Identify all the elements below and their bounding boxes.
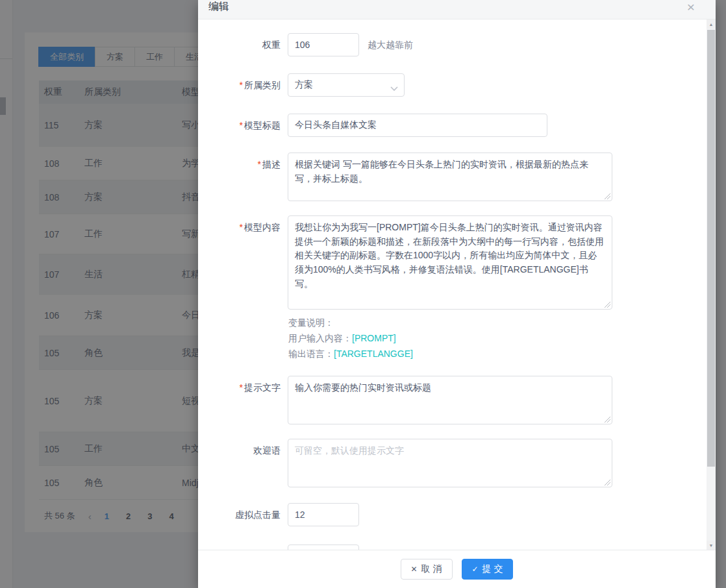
variables-heading: 变量说明： bbox=[288, 315, 716, 330]
required-marker: * bbox=[240, 80, 243, 90]
prompt-token: [PROMPT] bbox=[352, 333, 396, 343]
weight-hint: 越大越靠前 bbox=[368, 33, 413, 56]
field-category-label-text: 所属类别 bbox=[244, 80, 281, 90]
model-content-textarea-wrap: 我想让你为为我写一[PROMPT]篇今日头条上热门的实时资讯。通过资讯内容提供一… bbox=[288, 215, 612, 310]
virtual-clicks-input[interactable] bbox=[288, 503, 359, 526]
resize-handle-icon[interactable] bbox=[605, 417, 610, 423]
field-welcome-label: 欢迎语 bbox=[198, 439, 288, 462]
modal-title: 编辑 bbox=[208, 0, 229, 15]
required-marker: * bbox=[240, 120, 243, 130]
screen: 全部类别 方案 工作 生活 权重 所属类别 模型标题 115 方案 写小红 10… bbox=[0, 0, 726, 588]
variables-note: 变量说明： 用户输入内容：[PROMPT] 输出语言：[TARGETLANGGE… bbox=[288, 315, 716, 361]
variables-output-label: 输出语言： bbox=[288, 349, 334, 359]
variables-output-line: 输出语言：[TARGETLANGGE] bbox=[288, 346, 716, 361]
chevron-down-icon bbox=[390, 83, 398, 93]
field-category-label: *所属类别 bbox=[198, 73, 288, 97]
required-marker: * bbox=[240, 222, 243, 232]
resize-handle-icon[interactable] bbox=[605, 480, 610, 485]
modal-body: 权重 越大越靠前 *所属类别 方案 *模型标题 *描述 bbox=[198, 19, 716, 550]
field-description: *描述 根据关键词 写一篇能够在今日头条上热门的实时资讯，根据最新的热点来写，并… bbox=[198, 153, 716, 201]
model-content-textarea[interactable]: 我想让你为为我写一[PROMPT]篇今日头条上热门的实时资讯。通过资讯内容提供一… bbox=[288, 215, 612, 310]
edit-modal: 编辑 × 权重 越大越靠前 *所属类别 方案 *模型标题 bbox=[198, 0, 716, 588]
category-select[interactable]: 方案 bbox=[288, 73, 405, 97]
field-virtual-usage-label: 虚拟使用量 bbox=[198, 545, 288, 550]
scroll-up-icon[interactable]: ▲ bbox=[707, 19, 716, 29]
weight-input[interactable] bbox=[288, 33, 359, 56]
resize-handle-icon[interactable] bbox=[605, 193, 610, 199]
description-textarea-wrap: 根据关键词 写一篇能够在今日头条上热门的实时资讯，根据最新的热点来写，并标上标题… bbox=[288, 153, 612, 201]
field-model-content-label: *模型内容 bbox=[198, 215, 288, 239]
category-select-value: 方案 bbox=[295, 79, 313, 91]
submit-check-icon: ✓ bbox=[472, 565, 479, 574]
field-virtual-clicks-label: 虚拟点击量 bbox=[198, 503, 288, 526]
field-prompt-text: *提示文字 输入你需要的热门实时资讯或标题 bbox=[198, 376, 716, 424]
model-title-input[interactable] bbox=[288, 114, 547, 137]
welcome-textarea-wrap bbox=[288, 439, 612, 487]
variables-input-label: 用户输入内容： bbox=[288, 333, 352, 343]
submit-button-label: 提 交 bbox=[482, 563, 503, 575]
field-model-title-label-text: 模型标题 bbox=[244, 120, 281, 130]
variables-input-line: 用户输入内容：[PROMPT] bbox=[288, 330, 716, 346]
resize-handle-icon[interactable] bbox=[605, 302, 610, 308]
modal-scrollbar[interactable]: ▲ ▼ bbox=[707, 19, 716, 550]
field-category: *所属类别 方案 bbox=[198, 73, 716, 97]
welcome-textarea[interactable] bbox=[288, 439, 612, 487]
required-marker: * bbox=[240, 382, 243, 393]
field-virtual-usage-clipped: 虚拟使用量 bbox=[198, 545, 716, 550]
modal-scrollbar-thumb[interactable] bbox=[707, 30, 715, 467]
field-prompt-text-label: *提示文字 bbox=[198, 376, 288, 399]
field-model-content: *模型内容 我想让你为为我写一[PROMPT]篇今日头条上热门的实时资讯。通过资… bbox=[198, 215, 716, 310]
modal-header: 编辑 × bbox=[198, 0, 716, 19]
field-welcome: 欢迎语 bbox=[198, 439, 716, 487]
cancel-button-label: 取 消 bbox=[421, 563, 442, 575]
field-model-content-label-text: 模型内容 bbox=[244, 222, 281, 232]
modal-footer: ✕ 取 消 ✓ 提 交 bbox=[198, 550, 716, 588]
required-marker: * bbox=[258, 159, 261, 169]
prompt-text-textarea[interactable]: 输入你需要的热门实时资讯或标题 bbox=[288, 376, 612, 424]
field-model-title: *模型标题 bbox=[198, 114, 716, 137]
description-textarea[interactable]: 根据关键词 写一篇能够在今日头条上热门的实时资讯，根据最新的热点来写，并标上标题… bbox=[288, 153, 612, 201]
field-description-label-text: 描述 bbox=[262, 159, 281, 169]
virtual-usage-input[interactable] bbox=[288, 545, 359, 550]
field-prompt-text-label-text: 提示文字 bbox=[244, 382, 281, 393]
field-virtual-clicks: 虚拟点击量 bbox=[198, 503, 716, 526]
prompt-text-textarea-wrap: 输入你需要的热门实时资讯或标题 bbox=[288, 376, 612, 424]
field-weight-label: 权重 bbox=[198, 33, 288, 56]
cancel-button[interactable]: ✕ 取 消 bbox=[401, 559, 453, 580]
field-description-label: *描述 bbox=[198, 153, 288, 176]
submit-button[interactable]: ✓ 提 交 bbox=[462, 559, 514, 580]
field-weight: 权重 越大越靠前 bbox=[198, 33, 716, 56]
targetlang-token: [TARGETLANGGE] bbox=[334, 349, 413, 359]
close-icon[interactable]: × bbox=[687, 0, 695, 15]
cancel-x-icon: ✕ bbox=[411, 565, 418, 574]
scroll-down-icon[interactable]: ▼ bbox=[707, 541, 716, 550]
field-model-title-label: *模型标题 bbox=[198, 114, 288, 137]
